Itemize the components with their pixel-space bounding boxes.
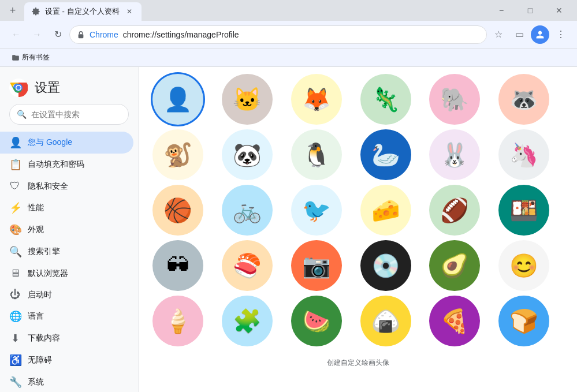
titlebar-tabs: 设置 - 自定义个人资料 ✕ bbox=[24, 0, 488, 21]
nav-label-google: 您与 Google bbox=[28, 137, 72, 148]
avatar-19[interactable]: 🕶 bbox=[152, 240, 203, 291]
avatar-12[interactable]: 🦄 bbox=[498, 129, 549, 180]
sidebar-item-system[interactable]: 🔧 系统 bbox=[0, 371, 133, 392]
avatar-8[interactable]: 🐼 bbox=[222, 129, 273, 180]
sidebar-item-startup[interactable]: ⏻ 启动时 bbox=[0, 284, 133, 305]
sidebar-item-appearance[interactable]: 🎨 外观 bbox=[0, 219, 133, 241]
active-tab[interactable]: 设置 - 自定义个人资料 ✕ bbox=[24, 2, 142, 21]
avatar-11[interactable]: 🐰 bbox=[429, 129, 480, 180]
reload-button[interactable]: ↻ bbox=[49, 25, 67, 44]
avatar-6[interactable]: 🦝 bbox=[498, 74, 549, 125]
nav-label-browser: 默认浏览器 bbox=[28, 268, 68, 279]
sidebar-item-language[interactable]: 🌐 语言 bbox=[0, 305, 133, 327]
sidebar-toggle-button[interactable]: ▭ bbox=[510, 25, 528, 44]
sidebar-header: 设置 bbox=[0, 67, 138, 104]
tab-favicon-icon bbox=[31, 7, 40, 16]
avatar-21[interactable]: 📷 bbox=[291, 240, 342, 291]
close-button[interactable]: ✕ bbox=[546, 1, 572, 20]
search-bar[interactable]: 🔍 bbox=[9, 104, 129, 125]
address-bar[interactable]: Chrome chrome://settings/manageProfile bbox=[69, 25, 487, 44]
avatar-15[interactable]: 🐦 bbox=[291, 185, 342, 236]
avatar-13[interactable]: 🏀 bbox=[152, 185, 203, 236]
avatar-1[interactable]: 👤 bbox=[152, 74, 203, 125]
nav-icon-startup: ⏻ bbox=[9, 289, 21, 301]
sidebar-item-privacy[interactable]: 🛡 隐私和安全 bbox=[0, 176, 133, 197]
search-bar-wrap: 🔍 bbox=[0, 104, 138, 132]
nav-icon-language: 🌐 bbox=[9, 310, 21, 323]
avatar-16[interactable]: 🧀 bbox=[360, 185, 411, 236]
sidebar-item-browser[interactable]: 🖥 默认浏览器 bbox=[0, 263, 133, 284]
svg-rect-0 bbox=[79, 34, 84, 38]
nav-label-privacy: 隐私和安全 bbox=[28, 181, 68, 192]
tab-title: 设置 - 自定义个人资料 bbox=[45, 6, 120, 17]
avatar-5[interactable]: 🐘 bbox=[429, 74, 480, 125]
avatar-17[interactable]: 🏈 bbox=[429, 185, 480, 236]
avatar-24[interactable]: 😊 bbox=[498, 240, 549, 291]
profile-button[interactable] bbox=[531, 25, 549, 44]
minimize-button[interactable]: − bbox=[488, 1, 515, 20]
navbar: ← → ↻ Chrome chrome://settings/managePro… bbox=[0, 21, 577, 48]
nav-label-search: 搜索引擎 bbox=[28, 247, 60, 257]
forward-button[interactable]: → bbox=[28, 25, 46, 44]
avatar-10[interactable]: 🦢 bbox=[360, 129, 411, 180]
search-input[interactable] bbox=[31, 110, 132, 119]
nav-label-system: 系统 bbox=[28, 377, 44, 387]
avatar-23[interactable]: 🥑 bbox=[429, 240, 480, 291]
nav-label-startup: 启动时 bbox=[28, 290, 52, 300]
nav-icon-search: 🔍 bbox=[9, 245, 21, 258]
settings-title: 设置 bbox=[35, 79, 60, 96]
avatar-30[interactable]: 🍞 bbox=[498, 296, 549, 346]
avatar-2[interactable]: 🐱 bbox=[222, 74, 273, 125]
search-icon: 🔍 bbox=[17, 110, 27, 119]
avatar-27[interactable]: 🍉 bbox=[291, 296, 342, 346]
nav-label-accessibility: 无障碍 bbox=[28, 355, 52, 365]
window-controls: − □ ✕ bbox=[488, 1, 572, 20]
avatar-26[interactable]: 🧩 bbox=[222, 296, 273, 346]
avatar-7[interactable]: 🐒 bbox=[152, 129, 203, 180]
sidebar-item-download[interactable]: ⬇ 下载内容 bbox=[0, 327, 133, 349]
nav-icon-performance: ⚡ bbox=[9, 201, 21, 214]
svg-point-5 bbox=[17, 86, 21, 90]
chrome-logo-icon bbox=[9, 79, 28, 97]
titlebar: + 设置 - 自定义个人资料 ✕ − □ ✕ bbox=[0, 0, 577, 21]
tab-close-button[interactable]: ✕ bbox=[124, 6, 135, 17]
bookmark-button[interactable]: ☆ bbox=[489, 25, 508, 44]
nav-icon-appearance: 🎨 bbox=[9, 223, 21, 236]
nav-label-performance: 性能 bbox=[28, 203, 44, 213]
back-button[interactable]: ← bbox=[7, 25, 25, 44]
bookmarks-folder-label: 所有书签 bbox=[22, 53, 50, 62]
nav-icon-download: ⬇ bbox=[9, 332, 21, 345]
nav-label-autofill: 自动填充和密码 bbox=[28, 159, 84, 170]
maximize-button[interactable]: □ bbox=[517, 1, 544, 20]
avatar-22[interactable]: 💿 bbox=[360, 240, 411, 291]
address-url: chrome://settings/manageProfile bbox=[123, 30, 479, 39]
avatar-20[interactable]: 🍣 bbox=[222, 240, 273, 291]
nav-label-language: 语言 bbox=[28, 311, 44, 322]
new-tab-button[interactable]: + bbox=[5, 2, 21, 18]
avatar-18[interactable]: 🍱 bbox=[498, 185, 549, 236]
profile-avatar bbox=[531, 25, 549, 44]
bookmarks-folder[interactable]: 所有书签 bbox=[7, 50, 54, 65]
chrome-menu-button[interactable]: ⋮ bbox=[552, 25, 570, 44]
nav-label-download: 下载内容 bbox=[28, 333, 60, 344]
sidebar-item-autofill[interactable]: 📋 自动填充和密码 bbox=[0, 154, 133, 176]
avatar-14[interactable]: 🚲 bbox=[222, 185, 273, 236]
security-icon bbox=[77, 31, 85, 39]
bottom-label: 创建自定义绘画头像 bbox=[139, 353, 577, 372]
bookmarks-bar: 所有书签 bbox=[0, 48, 577, 67]
avatar-3[interactable]: 🦊 bbox=[291, 74, 342, 125]
sidebar-item-accessibility[interactable]: ♿ 无障碍 bbox=[0, 349, 133, 371]
sidebar-item-search[interactable]: 🔍 搜索引擎 bbox=[0, 241, 133, 263]
avatar-25[interactable]: 🍦 bbox=[152, 296, 203, 346]
nav-icon-autofill: 📋 bbox=[9, 158, 21, 171]
avatar-4[interactable]: 🦎 bbox=[360, 74, 411, 125]
sidebar-item-performance[interactable]: ⚡ 性能 bbox=[0, 197, 133, 219]
folder-icon bbox=[12, 54, 20, 62]
avatar-29[interactable]: 🍕 bbox=[429, 296, 480, 346]
nav-icon-privacy: 🛡 bbox=[9, 180, 21, 192]
sidebar-item-google[interactable]: 👤 您与 Google bbox=[0, 132, 133, 154]
avatar-grid: 👤🐱🦊🦎🐘🦝🐒🐼🐧🦢🐰🦄🏀🚲🐦🧀🏈🍱🕶🍣📷💿🥑😊🍦🧩🍉🍙🍕🍞 bbox=[139, 67, 577, 353]
main-layout: 设置 🔍 👤 您与 Google📋 自动填充和密码🛡 隐私和安全⚡ 性能🎨 外观… bbox=[0, 67, 577, 392]
avatar-9[interactable]: 🐧 bbox=[291, 129, 342, 180]
avatar-28[interactable]: 🍙 bbox=[360, 296, 411, 346]
